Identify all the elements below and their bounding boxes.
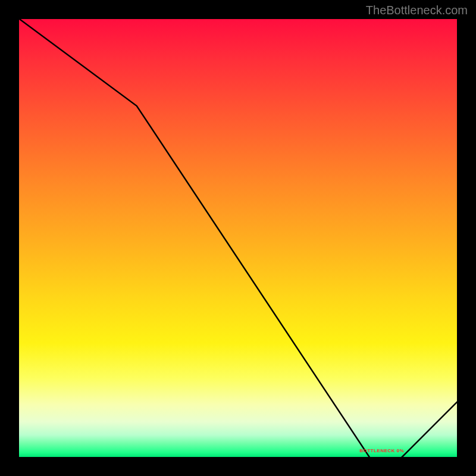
watermark-text: TheBottleneck.com [366,4,468,17]
chart-container: TheBottleneck.com BOTTLENECK 0% [0,0,476,476]
bottleneck-curve-line [18,18,458,458]
bottleneck-zero-label: BOTTLENECK 0% [359,448,404,453]
line-chart-svg [18,18,458,458]
